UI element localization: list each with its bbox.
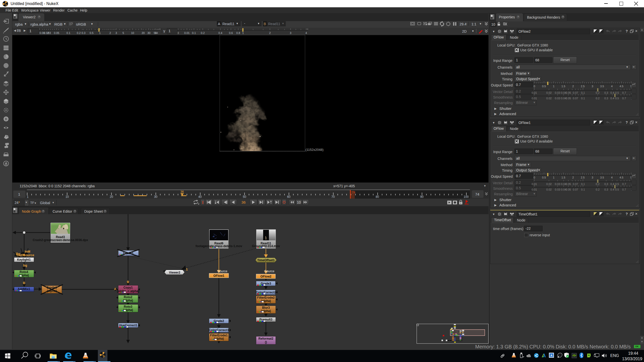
svg-text:0.1: 0.1 (192, 31, 196, 34)
svg-text:0.4: 0.4 (610, 188, 614, 191)
svg-text:1: 1 (186, 267, 188, 271)
svg-text:30: 30 (154, 195, 157, 199)
svg-text:0.05: 0.05 (566, 188, 571, 191)
svg-text:0.2: 0.2 (201, 31, 205, 34)
svg-text:2: 2 (109, 31, 111, 34)
svg-text:0.02: 0.02 (546, 188, 551, 191)
svg-text:Source: Source (217, 269, 227, 273)
svg-text:0.1: 0.1 (66, 31, 70, 34)
svg-text:0.07: 0.07 (573, 97, 578, 100)
svg-text:90: 90 (420, 195, 424, 199)
svg-text:10: 10 (65, 195, 69, 199)
svg-text:0.03: 0.03 (555, 97, 560, 100)
svg-text:1: 1 (27, 195, 29, 199)
svg-text:40: 40 (198, 195, 202, 199)
svg-text:0.2: 0.2 (596, 97, 599, 100)
svg-text:0.03: 0.03 (555, 188, 560, 191)
svg-text:Roto3: Roto3 (124, 305, 132, 308)
svg-text:0.01: 0.01 (532, 97, 537, 100)
svg-text:3: 3 (115, 31, 117, 34)
svg-text:Copy1: Copy1 (124, 286, 133, 289)
svg-text:FilterErode1: FilterErode1 (210, 334, 228, 337)
svg-text:0.07: 0.07 (573, 188, 578, 191)
svg-text:0.3: 0.3 (604, 97, 608, 100)
svg-text:.03: .03 (47, 31, 51, 34)
svg-text:36: 36 (180, 190, 184, 194)
svg-text:Roto2: Roto2 (124, 295, 132, 299)
svg-text:36: 36 (242, 200, 246, 204)
svg-text:60: 60 (287, 195, 291, 199)
svg-text:bg: bg (23, 263, 27, 267)
svg-text:0.7: 0.7 (622, 97, 626, 100)
svg-text:3: 3 (290, 31, 291, 34)
svg-text:50: 50 (243, 195, 246, 199)
svg-text:54: 54 (155, 31, 158, 34)
svg-text:A: A (550, 354, 553, 357)
svg-text:FilterErode2: FilterErode2 (257, 296, 275, 299)
svg-text:OFlow2: OFlow2 (260, 275, 271, 278)
svg-text:Keylight1: Keylight1 (17, 258, 31, 261)
svg-text:B: B (127, 280, 129, 284)
svg-text:0.4: 0.4 (218, 31, 222, 34)
svg-text:Reformat2: Reformat2 (258, 337, 273, 340)
svg-text:30: 30 (147, 31, 150, 34)
svg-text:TimeOffset1: TimeOffset1 (257, 258, 274, 262)
svg-text:A: A (114, 287, 116, 291)
svg-text:70: 70 (331, 195, 335, 199)
svg-text:Roto4: Roto4 (20, 270, 28, 274)
svg-text:Viewer2: Viewer2 (169, 271, 180, 274)
svg-text:Premult3: Premult3 (259, 318, 272, 321)
svg-text:0.01: 0.01 (532, 188, 537, 191)
svg-text:5: 5 (123, 31, 124, 34)
svg-text:0.2: 0.2 (77, 31, 80, 34)
svg-text:20: 20 (110, 195, 113, 199)
svg-text:10: 10 (131, 31, 134, 34)
svg-text:Source: Source (264, 269, 274, 273)
svg-text:74: 74 (352, 191, 355, 194)
svg-text:B: B (23, 281, 25, 285)
svg-text:80: 80 (376, 195, 379, 199)
svg-text:Blur3: Blur3 (262, 306, 270, 309)
svg-text:100: 100 (464, 195, 469, 199)
svg-text:InM: InM (25, 250, 30, 253)
svg-text:0.3: 0.3 (604, 188, 608, 191)
svg-text:0.5: 0.5 (615, 188, 619, 191)
svg-text:1: 1 (99, 31, 101, 34)
svg-text:Crash2-greenscreen-denoise.003: Crash2-greenscreen-denoise.0036.dpx (33, 238, 88, 242)
svg-text:HueCorrect1: HueCorrect1 (119, 324, 137, 327)
svg-text:1: 1 (242, 31, 244, 34)
svg-text:I: I (202, 200, 204, 205)
svg-text:Source: Source (23, 253, 34, 257)
svg-text:0.02: 0.02 (546, 97, 551, 100)
svg-text:20: 20 (142, 31, 145, 34)
svg-text:OFlow1: OFlow1 (213, 274, 224, 278)
svg-text:4: 4 (305, 31, 307, 34)
svg-text:2: 2 (269, 31, 271, 34)
svg-text:GroundHit-014.mov: GroundHit-014.mov (252, 244, 280, 248)
svg-text:0.05: 0.05 (54, 31, 59, 34)
svg-text:footagecrate-glass-debris-1.mo: footagecrate-glass-debris-1.mov (195, 244, 242, 248)
svg-text:0.4: 0.4 (610, 97, 614, 100)
svg-text:0.01: 0.01 (184, 31, 189, 34)
svg-text:10: 10 (297, 200, 301, 204)
svg-text:0.6: 0.6 (229, 31, 233, 34)
svg-text:D: D (5, 117, 7, 121)
svg-text:0.5: 0.5 (615, 97, 619, 100)
svg-text:0.8: 0.8 (236, 31, 240, 34)
svg-text:0: 0 (178, 31, 179, 34)
svg-text:0.5: 0.5 (90, 31, 93, 34)
svg-text:0.3: 0.3 (82, 31, 85, 34)
svg-text:0.05: 0.05 (566, 97, 571, 100)
svg-text:0.2: 0.2 (596, 188, 599, 191)
svg-text:(): () (265, 340, 267, 344)
svg-text:AddMix1: AddMix1 (18, 287, 30, 291)
svg-text:0.1: 0.1 (581, 97, 585, 100)
svg-text:0.1: 0.1 (581, 188, 585, 191)
svg-text:0.7: 0.7 (622, 188, 626, 191)
